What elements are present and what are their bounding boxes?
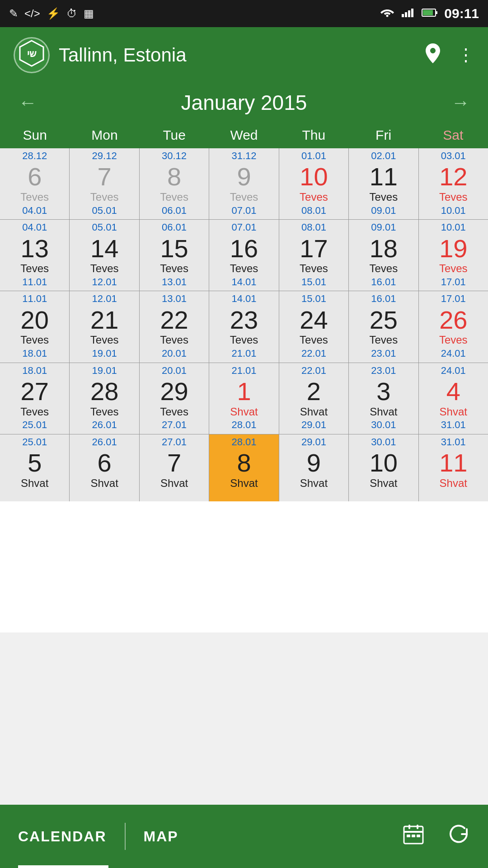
location-icon[interactable]: [425, 43, 441, 67]
cell-hebrew-month: Teves: [230, 191, 258, 204]
cell-bottom-date: 23.01: [371, 348, 396, 359]
calendar-cell[interactable]: 15.0124Teves22.01: [279, 291, 348, 362]
cell-hebrew-month: Teves: [439, 334, 468, 347]
white-area: [0, 501, 488, 632]
cell-top-date: 30.12: [162, 150, 187, 162]
cell-hebrew-month: Shvat: [370, 477, 397, 490]
calendar-cell[interactable]: 29.019Shvat: [279, 434, 348, 501]
calendar-cell[interactable]: 21.011Shvat28.01: [209, 363, 278, 434]
calendar-cell[interactable]: 30.128Teves06.01: [140, 148, 209, 219]
cell-hebrew-month: Shvat: [300, 406, 328, 419]
cell-bottom-date: 08.01: [301, 205, 326, 217]
svg-rect-11: [404, 831, 423, 833]
calendar-cell[interactable]: 23.013Shvat30.01: [349, 363, 418, 434]
cell-bottom-date: 17.01: [441, 276, 466, 288]
logo-text: שי: [18, 40, 45, 71]
calendar-cell[interactable]: 06.0115Teves13.01: [140, 220, 209, 291]
calendar-cell[interactable]: 28.018Shvat: [209, 434, 278, 501]
cell-day-number: 29: [160, 377, 188, 406]
cell-top-date: 07.01: [231, 222, 256, 233]
cell-day-number: 16: [230, 235, 258, 263]
calendar-cell[interactable]: 28.126Teves04.01: [0, 148, 69, 219]
calendar-cell[interactable]: 07.0116Teves14.01: [209, 220, 278, 291]
calendar-tab[interactable]: CALENDAR: [0, 828, 125, 845]
next-month-button[interactable]: →: [451, 92, 470, 113]
cell-bottom-date: 18.01: [22, 348, 47, 359]
calendar-icon[interactable]: [402, 823, 425, 850]
cell-top-date: 24.01: [441, 365, 466, 377]
calendar-cell[interactable]: 17.0126Teves24.01: [419, 291, 488, 362]
cell-day-number: 27: [21, 377, 49, 406]
cell-top-date: 31.01: [441, 436, 466, 448]
calendar-cell[interactable]: 18.0127Teves25.01: [0, 363, 69, 434]
day-header-thu: Thu: [279, 122, 348, 148]
cell-top-date: 20.01: [162, 365, 187, 377]
calendar-cell[interactable]: 05.0114Teves12.01: [70, 220, 139, 291]
cell-day-number: 20: [21, 306, 49, 334]
calendar-cell[interactable]: 09.0118Teves16.01: [349, 220, 418, 291]
signal-icon: [401, 7, 415, 20]
cell-top-date: 21.01: [231, 365, 256, 377]
calendar-cell[interactable]: 19.0128Teves26.01: [70, 363, 139, 434]
usb-icon: ⚡: [47, 7, 60, 20]
calendar-cell[interactable]: 31.129Teves07.01: [209, 148, 278, 219]
prev-month-button[interactable]: ←: [18, 92, 37, 113]
calendar-cell[interactable]: 30.0110Shvat: [349, 434, 418, 501]
calendar-cell[interactable]: 13.0122Teves20.01: [140, 291, 209, 362]
cell-hebrew-month: Teves: [370, 262, 398, 275]
calendar-cell[interactable]: 16.0125Teves23.01: [349, 291, 418, 362]
cell-day-number: 1: [237, 377, 251, 406]
calendar-cell[interactable]: 03.0112Teves10.01: [419, 148, 488, 219]
pencil-icon: ✎: [9, 7, 18, 20]
cell-hebrew-month: Teves: [90, 262, 119, 275]
calendar-cell[interactable]: 11.0120Teves18.01: [0, 291, 69, 362]
clock-icon: ⏱: [66, 7, 77, 20]
calendar-cell[interactable]: 27.017Shvat: [140, 434, 209, 501]
cell-day-number: 11: [439, 449, 467, 477]
calendar-cell[interactable]: 20.0129Teves27.01: [140, 363, 209, 434]
svg-rect-13: [417, 825, 418, 829]
calendar-cell[interactable]: 22.012Shvat29.01: [279, 363, 348, 434]
cell-top-date: 04.01: [22, 222, 47, 233]
city-name: Tallinn, Estonia: [59, 44, 187, 66]
cell-hebrew-month: Teves: [300, 334, 328, 347]
cell-day-number: 26: [439, 306, 467, 334]
calendar-cell[interactable]: 29.127Teves05.01: [70, 148, 139, 219]
cell-bottom-date: 22.01: [301, 348, 326, 359]
cell-top-date: 08.01: [301, 222, 326, 233]
cell-bottom-date: 19.01: [92, 348, 117, 359]
wifi-icon: [380, 7, 394, 20]
cell-bottom-date: 10.01: [441, 205, 466, 217]
calendar-cell[interactable]: 02.0111Teves09.01: [349, 148, 418, 219]
cell-bottom-date: 24.01: [441, 348, 466, 359]
cell-bottom-date: 21.01: [231, 348, 256, 359]
calendar-cell[interactable]: 04.0113Teves11.01: [0, 220, 69, 291]
cell-top-date: 03.01: [441, 150, 466, 162]
calendar-cell[interactable]: 10.0119Teves17.01: [419, 220, 488, 291]
calendar-cell[interactable]: 12.0121Teves19.01: [70, 291, 139, 362]
calendar-cell[interactable]: 31.0111Shvat: [419, 434, 488, 501]
calendar-cell[interactable]: 26.016Shvat: [70, 434, 139, 501]
refresh-icon[interactable]: [447, 823, 470, 850]
cell-bottom-date: 30.01: [371, 419, 396, 431]
cell-top-date: 23.01: [371, 365, 396, 377]
calendar-cell[interactable]: 24.014Shvat31.01: [419, 363, 488, 434]
bottom-navigation: CALENDAR MAP: [0, 805, 488, 868]
bottom-nav-right: [402, 823, 488, 850]
cell-day-number: 12: [439, 163, 467, 191]
map-tab[interactable]: MAP: [126, 828, 197, 845]
cell-top-date: 01.01: [301, 150, 326, 162]
cell-day-number: 18: [370, 235, 398, 263]
cell-day-number: 25: [370, 306, 398, 334]
more-options-icon[interactable]: ⋮: [457, 45, 474, 65]
calendar-cell[interactable]: 01.0110Teves08.01: [279, 148, 348, 219]
calendar-cell[interactable]: 25.015Shvat: [0, 434, 69, 501]
cell-day-number: 13: [21, 235, 49, 263]
calendar-cell[interactable]: 14.0123Teves21.01: [209, 291, 278, 362]
cell-bottom-date: 11.01: [22, 276, 47, 288]
cell-top-date: 11.01: [22, 293, 47, 305]
bottom-nav-left: CALENDAR MAP: [0, 823, 402, 850]
cell-day-number: 4: [446, 377, 460, 406]
calendar-cell[interactable]: 08.0117Teves15.01: [279, 220, 348, 291]
cell-hebrew-month: Teves: [439, 262, 468, 275]
